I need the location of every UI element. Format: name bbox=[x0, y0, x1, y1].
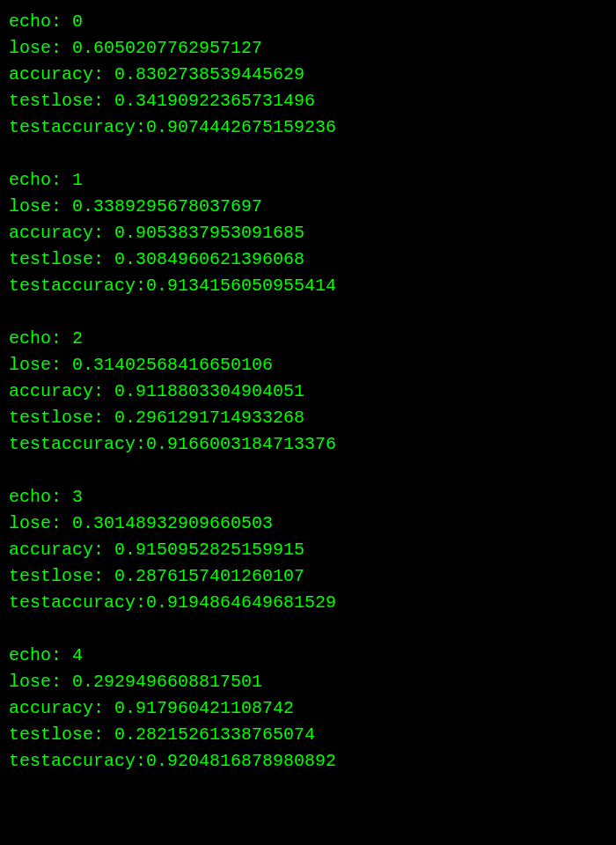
lose-line: lose: 0.6050207762957127 bbox=[9, 35, 607, 62]
testlose-label: testlose: bbox=[9, 408, 114, 428]
lose-label: lose: bbox=[9, 355, 72, 375]
testlose-label: testlose: bbox=[9, 91, 114, 111]
lose-line: lose: 0.2929496608817501 bbox=[9, 669, 607, 695]
testaccuracy-value: 0.9166003184713376 bbox=[146, 434, 336, 454]
lose-value: 0.3389295678037697 bbox=[72, 196, 262, 217]
accuracy-line: accuracy: 0.8302738539445629 bbox=[9, 62, 607, 88]
lose-label: lose: bbox=[9, 672, 72, 692]
echo-line: echo: 2 bbox=[9, 326, 607, 352]
echo-value: 1 bbox=[72, 170, 83, 190]
echo-value: 0 bbox=[72, 11, 83, 32]
epoch-block: echo: 1 lose: 0.3389295678037697 accurac… bbox=[9, 167, 607, 299]
testlose-label: testlose: bbox=[9, 249, 114, 269]
echo-label: echo: bbox=[9, 487, 72, 507]
accuracy-label: accuracy: bbox=[9, 698, 114, 718]
testaccuracy-line: testaccuracy:0.9194864649681529 bbox=[9, 590, 607, 616]
testlose-line: testlose: 0.2876157401260107 bbox=[9, 563, 607, 590]
testlose-value: 0.2961291714933268 bbox=[114, 408, 304, 428]
accuracy-line: accuracy: 0.917960421108742 bbox=[9, 695, 607, 722]
testaccuracy-line: testaccuracy:0.9204816878980892 bbox=[9, 748, 607, 775]
accuracy-value: 0.9150952825159915 bbox=[114, 540, 304, 560]
epoch-block: echo: 0 lose: 0.6050207762957127 accurac… bbox=[9, 9, 607, 141]
accuracy-label: accuracy: bbox=[9, 381, 114, 401]
testaccuracy-label: testaccuracy: bbox=[9, 117, 146, 137]
lose-label: lose: bbox=[9, 196, 72, 217]
testaccuracy-label: testaccuracy: bbox=[9, 276, 146, 296]
lose-value: 0.30148932909660503 bbox=[72, 513, 273, 533]
testaccuracy-label: testaccuracy: bbox=[9, 751, 146, 771]
testaccuracy-label: testaccuracy: bbox=[9, 592, 146, 613]
testaccuracy-line: testaccuracy:0.9134156050955414 bbox=[9, 273, 607, 299]
echo-line: echo: 0 bbox=[9, 9, 607, 35]
echo-value: 4 bbox=[72, 645, 83, 665]
echo-label: echo: bbox=[9, 328, 72, 349]
testlose-value: 0.28215261338765074 bbox=[114, 724, 315, 745]
lose-line: lose: 0.31402568416650106 bbox=[9, 352, 607, 378]
lose-value: 0.6050207762957127 bbox=[72, 38, 262, 58]
testlose-line: testlose: 0.34190922365731496 bbox=[9, 88, 607, 114]
echo-value: 2 bbox=[72, 328, 83, 349]
echo-line: echo: 1 bbox=[9, 167, 607, 194]
testaccuracy-value: 0.9204816878980892 bbox=[146, 751, 336, 771]
testaccuracy-value: 0.9194864649681529 bbox=[146, 592, 336, 613]
accuracy-label: accuracy: bbox=[9, 223, 114, 243]
testaccuracy-label: testaccuracy: bbox=[9, 434, 146, 454]
accuracy-value: 0.917960421108742 bbox=[114, 698, 294, 718]
testaccuracy-line: testaccuracy:0.9166003184713376 bbox=[9, 431, 607, 458]
testlose-line: testlose: 0.2961291714933268 bbox=[9, 405, 607, 431]
lose-value: 0.2929496608817501 bbox=[72, 672, 262, 692]
accuracy-line: accuracy: 0.9118803304904051 bbox=[9, 378, 607, 405]
testlose-line: testlose: 0.3084960621396068 bbox=[9, 246, 607, 273]
testlose-line: testlose: 0.28215261338765074 bbox=[9, 722, 607, 748]
terminal-output: echo: 0 lose: 0.6050207762957127 accurac… bbox=[9, 9, 607, 775]
echo-value: 3 bbox=[72, 487, 83, 507]
testlose-value: 0.34190922365731496 bbox=[114, 91, 315, 111]
testlose-label: testlose: bbox=[9, 566, 114, 586]
lose-line: lose: 0.3389295678037697 bbox=[9, 194, 607, 220]
echo-label: echo: bbox=[9, 645, 72, 665]
testaccuracy-value: 0.9074442675159236 bbox=[146, 117, 336, 137]
lose-label: lose: bbox=[9, 38, 72, 58]
echo-line: echo: 3 bbox=[9, 484, 607, 511]
testlose-value: 0.3084960621396068 bbox=[114, 249, 304, 269]
lose-value: 0.31402568416650106 bbox=[72, 355, 273, 375]
testlose-label: testlose: bbox=[9, 724, 114, 745]
lose-label: lose: bbox=[9, 513, 72, 533]
accuracy-line: accuracy: 0.9053837953091685 bbox=[9, 220, 607, 246]
accuracy-label: accuracy: bbox=[9, 64, 114, 84]
lose-line: lose: 0.30148932909660503 bbox=[9, 511, 607, 537]
echo-label: echo: bbox=[9, 11, 72, 32]
accuracy-value: 0.8302738539445629 bbox=[114, 64, 304, 84]
accuracy-line: accuracy: 0.9150952825159915 bbox=[9, 537, 607, 563]
accuracy-value: 0.9118803304904051 bbox=[114, 381, 304, 401]
testaccuracy-line: testaccuracy:0.9074442675159236 bbox=[9, 114, 607, 141]
echo-label: echo: bbox=[9, 170, 72, 190]
testaccuracy-value: 0.9134156050955414 bbox=[146, 276, 336, 296]
accuracy-value: 0.9053837953091685 bbox=[114, 223, 304, 243]
epoch-block: echo: 4 lose: 0.2929496608817501 accurac… bbox=[9, 643, 607, 775]
testlose-value: 0.2876157401260107 bbox=[114, 566, 304, 586]
echo-line: echo: 4 bbox=[9, 643, 607, 669]
accuracy-label: accuracy: bbox=[9, 540, 114, 560]
epoch-block: echo: 2 lose: 0.31402568416650106 accura… bbox=[9, 326, 607, 458]
epoch-block: echo: 3 lose: 0.30148932909660503 accura… bbox=[9, 484, 607, 616]
